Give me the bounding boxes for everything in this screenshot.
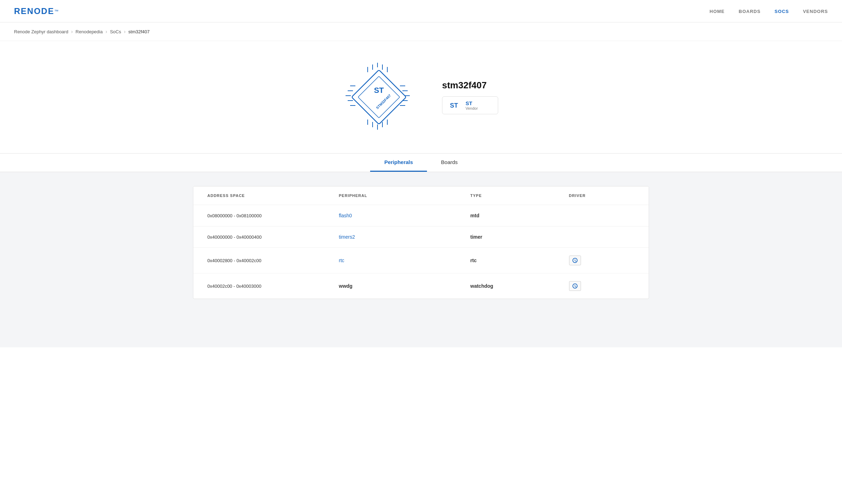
col-peripheral: PERIPHERAL: [339, 193, 470, 198]
brand-tm: ™: [54, 9, 58, 14]
col-address-space: ADDRESS SPACE: [207, 193, 339, 198]
svg-text:ST: ST: [374, 86, 384, 95]
cell-address-4: 0x40002c00 - 0x40003000: [207, 284, 339, 289]
tab-boards[interactable]: Boards: [427, 154, 472, 172]
cell-type-2: timer: [470, 234, 569, 240]
tabs: Peripherals Boards: [0, 154, 842, 172]
cell-address-2: 0x40000000 - 0x40000400: [207, 234, 339, 240]
chip-illustration: ST STM32F407: [344, 62, 414, 132]
cell-address-1: 0x08000000 - 0x08100000: [207, 213, 339, 218]
svg-rect-1: [358, 76, 400, 118]
cell-driver-4: [569, 281, 635, 291]
cell-peripheral-2: timers2: [339, 234, 470, 240]
breadcrumb: Renode Zephyr dashboard › Renodepedia › …: [0, 22, 842, 41]
table-row: 0x08000000 - 0x08100000 flash0 mtd: [193, 205, 649, 226]
driver-icon-rtc[interactable]: [569, 256, 581, 265]
soc-name: stm32f407: [442, 80, 498, 91]
vendor-card[interactable]: ST ST Vendor: [442, 96, 498, 114]
cell-peripheral-1: flash0: [339, 213, 470, 218]
cell-peripheral-3: rtc: [339, 258, 470, 263]
nav-links: HOME BOARDS SOCS VENDORS: [710, 8, 828, 14]
cell-driver-3: [569, 256, 635, 265]
table-header: ADDRESS SPACE PERIPHERAL TYPE DRIVER: [193, 186, 649, 205]
breadcrumb-home[interactable]: Renode Zephyr dashboard: [14, 29, 68, 34]
hero-section: ST STM32F407 stm32f407 ST ST Vendor: [0, 41, 842, 153]
peripheral-link-timers2[interactable]: timers2: [339, 234, 355, 240]
vendor-logo: ST: [449, 102, 461, 109]
breadcrumb-current: stm32f407: [128, 29, 150, 34]
table-row: 0x40002c00 - 0x40003000 wwdg watchdog: [193, 273, 649, 299]
nav-home[interactable]: HOME: [710, 9, 725, 14]
peripheral-name-wwdg: wwdg: [339, 283, 353, 289]
navbar: RENODE™ HOME BOARDS SOCS VENDORS: [0, 0, 842, 22]
breadcrumb-sep-3: ›: [124, 29, 126, 34]
nav-socs[interactable]: SOCS: [775, 9, 789, 14]
col-driver: DRIVER: [569, 193, 635, 198]
breadcrumb-renodepedia[interactable]: Renodepedia: [75, 29, 102, 34]
peripheral-link-rtc[interactable]: rtc: [339, 258, 345, 263]
vendor-label: ST Vendor: [466, 100, 478, 110]
nav-vendors[interactable]: VENDORS: [803, 9, 828, 14]
soc-info: stm32f407 ST ST Vendor: [442, 80, 498, 114]
brand-logo[interactable]: RENODE™: [14, 6, 58, 16]
vendor-role: Vendor: [466, 106, 478, 110]
cell-type-3: rtc: [470, 258, 569, 263]
cell-peripheral-4: wwdg: [339, 283, 470, 289]
breadcrumb-sep-1: ›: [71, 29, 73, 34]
tabs-section: Peripherals Boards: [0, 153, 842, 172]
table-row: 0x40002800 - 0x40002c00 rtc rtc: [193, 248, 649, 273]
cell-type-4: watchdog: [470, 283, 569, 289]
table-section: ADDRESS SPACE PERIPHERAL TYPE DRIVER 0x0…: [0, 172, 842, 347]
col-type: TYPE: [470, 193, 569, 198]
breadcrumb-sep-2: ›: [106, 29, 107, 34]
table-row: 0x40000000 - 0x40000400 timers2 timer: [193, 226, 649, 248]
vendor-name: ST: [466, 100, 478, 106]
driver-icon-wwdg[interactable]: [569, 281, 581, 291]
svg-text:ST: ST: [450, 102, 458, 109]
table-container: ADDRESS SPACE PERIPHERAL TYPE DRIVER 0x0…: [193, 186, 649, 299]
cell-address-3: 0x40002800 - 0x40002c00: [207, 258, 339, 263]
brand-name: RENODE: [14, 6, 54, 16]
peripheral-link-flash0[interactable]: flash0: [339, 213, 352, 218]
tab-peripherals[interactable]: Peripherals: [370, 154, 427, 172]
nav-boards[interactable]: BOARDS: [739, 9, 761, 14]
breadcrumb-socs[interactable]: SoCs: [110, 29, 121, 34]
cell-type-1: mtd: [470, 213, 569, 218]
